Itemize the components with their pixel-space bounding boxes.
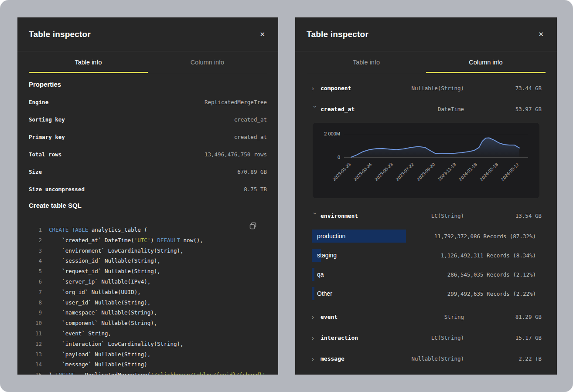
sql-code-line: 2 `created_at` DateTime('UTC') DEFAULT n… [29,235,267,246]
column-row-created_at[interactable]: ›created_atDateTime53.97 GB [295,98,557,119]
column-type: DateTime [438,106,464,112]
code-segment: `org_id` Nullable(UUID), [49,289,141,295]
column-size: 13.54 GB [464,213,542,219]
line-number: 1 [29,225,42,235]
property-value: 13,496,476,750 rows [205,151,267,158]
code-segment: `message` Nullable(String) [49,361,147,368]
chevron-down-icon: › [312,212,319,221]
property-row: Size uncompressed8.75 TB [29,180,267,198]
chart-area-fill [351,138,519,158]
chart-axis-label: 2024-01-18 [457,162,478,182]
chevron-right-icon: › [312,355,321,362]
line-number: 11 [29,328,42,339]
tab-label: Column info [191,59,224,66]
chart-axis-label: 2023-05-23 [373,162,394,182]
tab-table-info[interactable]: Table info [29,51,148,73]
code-segment: `request_id` Nullable(String), [49,268,160,274]
property-row: Primary keycreated_at [29,128,267,145]
env-value-row-qa: qa286,545,035 Records (2.12%) [312,268,542,281]
code-segment: ) [150,237,157,243]
property-row: EngineReplicatedMergeTree [29,93,267,111]
column-name: event [321,314,444,320]
sql-code-line: 4 `session_id` Nullable(String), [29,256,267,266]
table-inspector-dialog-column-info: Table inspector ✕ Table info Column info… [295,17,557,375]
tab-table-info[interactable]: Table info [307,51,426,73]
property-label: Size [29,169,42,175]
sql-code-line: 1CREATE TABLE analytics_table ( [29,225,267,235]
code-text: `interaction` LowCardinality(String), [49,339,184,349]
dialog-header: Table inspector ✕ [295,17,557,51]
chart-axis-label: 2023-03-24 [352,162,373,182]
sql-code-line: 3 `environment` LowCardinality(String), [29,246,267,256]
env-value-label: staging [317,252,337,259]
column-name: component [321,85,412,91]
column-row-environment[interactable]: ›environmentLC(String)13.54 GB [295,205,557,226]
code-text: `created_at` DateTime('UTC') DEFAULT now… [49,235,203,246]
chart-axis-label: 2023-07-22 [395,162,415,182]
line-number: 3 [29,246,42,256]
property-label: Primary key [29,134,65,140]
dialog-title: Table inspector [29,30,91,39]
code-segment: , [266,372,269,375]
code-text: ) ENGINE = ReplicatedMergeTree('/clickho… [49,370,269,375]
code-segment: `event` String, [49,330,111,337]
code-segment: CREATE TABLE [49,226,88,233]
code-text: `payload` Nullable(String), [49,349,150,360]
code-text: `namespace` Nullable(String), [49,308,157,318]
code-segment: DEFAULT [157,237,180,243]
column-list: ›componentNullable(String)73.44 GB›creat… [295,73,557,369]
line-number: 4 [29,256,42,266]
code-text: `event` String, [49,328,111,339]
chart-axis-label: 2023-01-23 [331,162,352,182]
copy-icon[interactable] [249,222,257,232]
column-name: created_at [321,106,438,112]
close-icon[interactable]: ✕ [258,29,267,39]
tab-column-info[interactable]: Column info [426,51,546,73]
property-value: ReplicatedMergeTree [205,99,267,105]
column-name: message [321,355,412,362]
chart-axis-label: 2 000M [324,131,340,136]
code-segment: `payload` Nullable(String), [49,351,150,358]
column-size: 15.17 GB [464,335,542,341]
code-segment: `session_id` Nullable(String), [49,257,160,264]
column-row-event[interactable]: ›eventString81.29 GB [295,306,557,327]
dialog-header: Table inspector ✕ [17,17,278,51]
property-value: created_at [234,134,267,140]
line-number: 8 [29,297,42,308]
sql-code-line: 7 `org_id` Nullable(UUID), [29,287,267,297]
env-value-records: 299,492,635 Records (2.22%) [447,291,542,297]
column-size: 81.29 GB [464,314,542,320]
line-number: 6 [29,277,42,287]
chart-axis-label: 0 [338,155,340,160]
property-value: created_at [234,116,267,123]
code-text: `message` Nullable(String) [49,359,147,370]
table-info-content: Properties EngineReplicatedMergeTreeSort… [17,80,278,375]
env-value-label: production [317,233,345,240]
env-value-records: 286,545,035 Records (2.12%) [447,271,542,278]
tab-column-info[interactable]: Column info [148,51,267,73]
created-at-distribution-chart: 2 000M02023-01-232023-03-242023-05-23202… [313,123,539,198]
sql-code-line: 14 `message` Nullable(String) [29,359,267,370]
env-value-row-other: Other299,492,635 Records (2.22%) [312,287,542,300]
line-number: 12 [29,339,42,349]
column-row-message[interactable]: ›messageNullable(String)2.22 TB [295,348,557,369]
code-text: `org_id` Nullable(UUID), [49,287,141,297]
line-number: 14 [29,359,42,370]
close-icon[interactable]: ✕ [536,29,546,39]
line-number: 9 [29,308,42,318]
column-type: Nullable(String) [412,85,464,91]
column-row-interaction[interactable]: ›interactionLC(String)15.17 GB [295,327,557,348]
column-row-component[interactable]: ›componentNullable(String)73.44 GB [295,78,557,98]
create-table-sql-heading: Create table SQL [29,201,267,210]
property-label: Engine [29,99,48,105]
dialog-title: Table inspector [307,30,368,39]
chart-axis-label: 2024-03-18 [479,162,499,182]
env-value-records: 11,792,372,086 Records (87.32%) [434,233,542,240]
sql-code-line: 10 `component` Nullable(String), [29,318,267,328]
code-segment: '/clickhouse/tables/{uuid}/{shard}' [150,372,265,375]
tab-label: Column info [469,59,502,66]
code-segment: ) [49,372,55,375]
sql-code-line: 13 `payload` Nullable(String), [29,349,267,360]
code-segment: `component` Nullable(String), [49,320,157,326]
tab-bar: Table info Column info [307,51,546,73]
